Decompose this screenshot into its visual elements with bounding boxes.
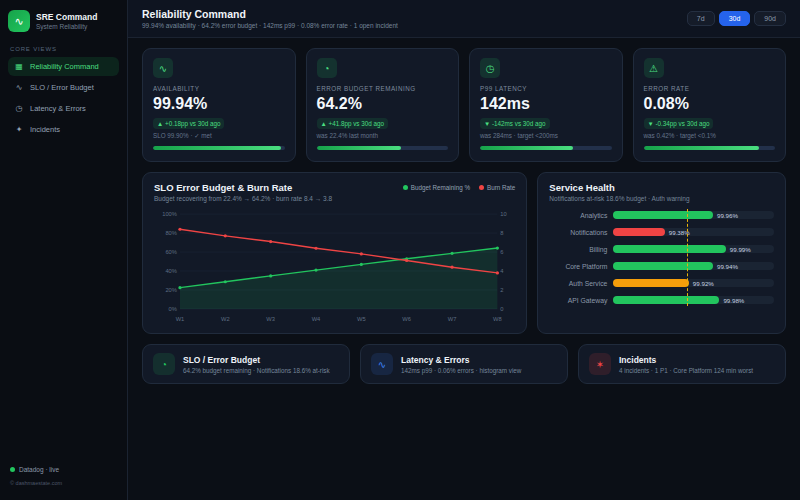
service-row-core-platform: Core Platform99.94% (549, 262, 774, 270)
service-bar-fill (613, 262, 713, 270)
x-axis-tick: W5 (357, 316, 366, 322)
service-bar-track: 99.99% (613, 245, 774, 253)
kpi-value: 0.08% (644, 95, 776, 113)
chart-title: SLO Error Budget & Burn Rate (154, 182, 332, 193)
x-axis-tick: W6 (402, 316, 411, 322)
kpi-value: 142ms (480, 95, 612, 113)
service-row-notifications: Notifications99.38% (549, 228, 774, 236)
time-range-7d[interactable]: 7d (687, 11, 715, 26)
data-point (224, 280, 227, 283)
y-axis-right-tick: 4 (500, 268, 504, 274)
data-point (405, 259, 408, 262)
y-axis-left-tick: 60% (165, 249, 177, 255)
shortcut-card-incidents[interactable]: ✶Incidents4 incidents · 1 P1 · Core Plat… (578, 344, 786, 384)
y-axis-right-tick: 8 (500, 230, 503, 236)
service-bar-fill (613, 245, 725, 253)
service-bar-track: 99.98% (613, 296, 774, 304)
service-label: Core Platform (549, 263, 607, 270)
shortcut-subtitle: 4 incidents · 1 P1 · Core Platform 124 m… (619, 367, 753, 374)
sidebar-item-slo-error-budget[interactable]: ∿SLO / Error Budget (8, 78, 119, 97)
sidebar-item-label: Reliability Command (30, 62, 99, 71)
sidebar: ∿ SRE Command System Reliability CORE VI… (0, 0, 128, 500)
data-point (496, 246, 499, 249)
data-point (314, 268, 317, 271)
chart-subtitle: Budget recovering from 22.4% → 64.2% · b… (154, 195, 332, 202)
y-axis-right-tick: 2 (500, 287, 503, 293)
legend-dot-icon (403, 185, 408, 190)
service-bar-fill (613, 279, 689, 287)
shortcut-text: SLO / Error Budget64.2% budget remaining… (183, 355, 330, 374)
data-point (178, 228, 181, 231)
kpi-value: 64.2% (317, 95, 449, 113)
service-label: Notifications (549, 229, 607, 236)
y-axis-left-tick: 80% (165, 230, 177, 236)
copyright: © dashmaestate.com (10, 480, 117, 486)
kpi-label: ERROR BUDGET REMAINING (317, 85, 449, 92)
service-value: 99.92% (693, 280, 714, 287)
data-point (360, 252, 363, 255)
kpi-delta-badge: ▲ +41.8pp vs 30d ago (317, 118, 388, 129)
kpi-meta: ▼ -142ms vs 30d agowas 284ms · target <2… (480, 118, 612, 139)
sidebar-footer: Datadog · live © dashmaestate.com (8, 462, 119, 490)
legend-item: Budget Remaining % (403, 184, 470, 191)
sidebar-item-label: SLO / Error Budget (30, 83, 94, 92)
brand: ∿ SRE Command System Reliability (8, 10, 119, 32)
y-axis-right-tick: 0 (500, 306, 503, 312)
kpi-card-availability: ∿AVAILABILITY99.94%▲ +0.18pp vs 30d agoS… (142, 48, 296, 162)
service-bar-track: 99.94% (613, 262, 774, 270)
charts-row: SLO Error Budget & Burn Rate Budget reco… (142, 172, 786, 334)
time-range-90d[interactable]: 90d (754, 11, 786, 26)
y-axis-left-tick: 0% (169, 306, 177, 312)
shortcut-title: Incidents (619, 355, 753, 365)
kpi-note: was 284ms · target <200ms (480, 132, 558, 139)
spark-icon: ✦ (14, 125, 24, 134)
service-value: 99.98% (723, 297, 744, 304)
data-point (450, 266, 453, 269)
activity-icon: ∿ (371, 353, 393, 375)
y-axis-left-tick: 40% (165, 268, 177, 274)
budget-burn-line-chart: 0%020%240%460%680%8100%10W1W2W3W4W5W6W7W… (154, 208, 515, 324)
pulse-logo-icon: ∿ (8, 10, 30, 32)
clock-icon: ◷ (480, 58, 500, 78)
shortcut-text: Incidents4 incidents · 1 P1 · Core Platf… (619, 355, 753, 374)
series-line-burn-rate (180, 229, 497, 273)
chart-header: SLO Error Budget & Burn Rate Budget reco… (154, 182, 515, 202)
kpi-grid: ∿AVAILABILITY99.94%▲ +0.18pp vs 30d agoS… (142, 48, 786, 162)
sidebar-item-incidents[interactable]: ✦Incidents (8, 120, 119, 139)
data-point (314, 247, 317, 250)
kpi-meta: ▲ +0.18pp vs 30d agoSLO 99.90% · ✓ met (153, 118, 285, 139)
kpi-card-p99-latency: ◷P99 LATENCY142ms▼ -142ms vs 30d agowas … (469, 48, 623, 162)
sidebar-item-latency-errors[interactable]: ◷Latency & Errors (8, 99, 119, 118)
sidebar-item-reliability-command[interactable]: ▦Reliability Command (8, 57, 119, 76)
y-axis-right-tick: 10 (500, 211, 506, 217)
page-title: Reliability Command (142, 8, 398, 20)
kpi-meta: ▲ +41.8pp vs 30d agowas 22.4% last month (317, 118, 449, 139)
service-bar-track: 99.92% (613, 279, 774, 287)
x-axis-tick: W8 (493, 316, 502, 322)
shortcut-title: Latency & Errors (401, 355, 521, 365)
slo-target-line (687, 209, 688, 306)
shortcut-card-slo-error-budget[interactable]: ◔SLO / Error Budget64.2% budget remainin… (142, 344, 350, 384)
budget-burn-chart-card: SLO Error Budget & Burn Rate Budget reco… (142, 172, 527, 334)
kpi-note: was 22.4% last month (317, 132, 379, 139)
legend-dot-icon (479, 185, 484, 190)
x-axis-tick: W4 (312, 316, 321, 322)
service-bar-fill (613, 228, 664, 236)
kpi-note: SLO 99.90% · ✓ met (153, 132, 212, 139)
chart-subtitle: Notifications at-risk 18.6% budget · Aut… (549, 195, 774, 202)
sidebar-item-label: Incidents (30, 125, 60, 134)
kpi-progress-track (480, 146, 612, 150)
shortcut-card-latency-errors[interactable]: ∿Latency & Errors142ms p99 · 0.06% error… (360, 344, 568, 384)
main-area: Reliability Command 99.94% availability … (128, 0, 800, 500)
service-row-billing: Billing99.99% (549, 245, 774, 253)
time-range-30d[interactable]: 30d (719, 11, 751, 26)
clock-icon: ◷ (14, 104, 24, 113)
data-point (224, 234, 227, 237)
shortcut-subtitle: 64.2% budget remaining · Notifications 1… (183, 367, 330, 374)
kpi-label: ERROR RATE (644, 85, 776, 92)
kpi-progress-fill (480, 146, 573, 150)
shortcut-cards: ◔SLO / Error Budget64.2% budget remainin… (142, 344, 786, 384)
service-row-auth-service: Auth Service99.92% (549, 279, 774, 287)
kpi-progress-track (317, 146, 449, 150)
service-label: Analytics (549, 212, 607, 219)
